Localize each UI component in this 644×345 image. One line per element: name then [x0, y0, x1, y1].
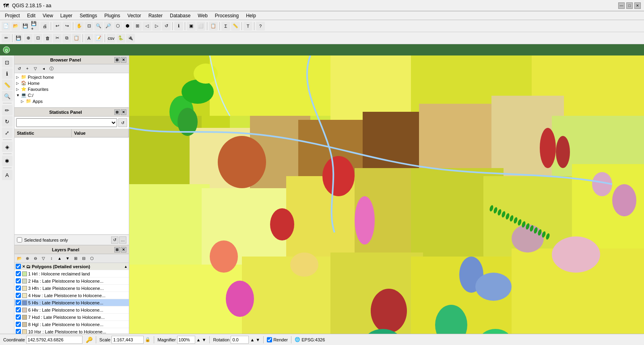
- menu-item-layer[interactable]: Layer: [57, 12, 76, 19]
- label-button[interactable]: A: [85, 34, 93, 43]
- layer-group-header[interactable]: ✕ 🗂 Polygons (Detailed version) ▲: [14, 263, 129, 270]
- identify-button[interactable]: ℹ: [174, 22, 183, 31]
- rotation-stepper-up[interactable]: ▲: [250, 337, 254, 342]
- tree-item-apps[interactable]: ▷📁Apps: [15, 98, 128, 104]
- stats-button[interactable]: Σ: [221, 22, 230, 31]
- layer-scroll-up[interactable]: ▲: [124, 265, 128, 269]
- zoom-tool[interactable]: 🔍: [2, 91, 12, 101]
- zoom-selection-button[interactable]: ⊞: [133, 22, 142, 31]
- layer-visibility-checkbox[interactable]: [16, 300, 21, 305]
- scale-input[interactable]: [111, 336, 144, 344]
- layer-item-5[interactable]: 5 Hls : Late Pleistocene to Holocene...: [14, 299, 129, 306]
- layers-down-button[interactable]: ▼: [64, 255, 71, 262]
- select-features-tool[interactable]: ⊡: [2, 57, 12, 68]
- layer-item-7[interactable]: 7 Hsd : Late Pleistocene to Holocene...: [14, 314, 129, 321]
- menu-item-view[interactable]: View: [39, 12, 56, 19]
- map-area[interactable]: [129, 55, 644, 334]
- browser-refresh-button[interactable]: ↺: [16, 65, 23, 72]
- magnifier-input[interactable]: [177, 336, 195, 344]
- layers-group-button[interactable]: ⊞: [72, 255, 79, 262]
- layer-visibility-checkbox[interactable]: [16, 271, 21, 276]
- layer-item-4[interactable]: 4 Hsw : Late Pleistocene to Holocene...: [14, 292, 129, 299]
- pan-to-selection-button[interactable]: ⊡: [85, 22, 93, 31]
- rotation-stepper-down[interactable]: ▼: [256, 337, 260, 342]
- label-tool[interactable]: A: [2, 170, 12, 180]
- magnifier-stepper-down[interactable]: ▼: [202, 337, 206, 342]
- plugin-button[interactable]: 🔌: [126, 34, 135, 43]
- layers-filter-button[interactable]: ▽: [40, 255, 47, 262]
- browser-filter-button[interactable]: ▽: [32, 65, 39, 72]
- minimize-button[interactable]: —: [618, 2, 625, 9]
- select-button[interactable]: ▣: [187, 22, 196, 31]
- menu-item-processing[interactable]: Processing: [212, 12, 242, 19]
- stats-compute-button[interactable]: ↺: [118, 118, 127, 127]
- menu-item-help[interactable]: Help: [243, 12, 259, 19]
- menu-item-plugins[interactable]: Plugins: [101, 12, 123, 19]
- deselect-button[interactable]: ⬜: [196, 22, 205, 31]
- layers-up-button[interactable]: ▲: [56, 255, 63, 262]
- rotation-input[interactable]: [231, 336, 249, 344]
- text-button[interactable]: T: [244, 22, 252, 31]
- cut-button[interactable]: ✂: [53, 34, 62, 43]
- zoom-out-button[interactable]: 🔎: [104, 22, 113, 31]
- selected-features-label[interactable]: Selected features only: [24, 238, 68, 242]
- zoom-full-button[interactable]: ⬡: [114, 22, 122, 31]
- rotate-tool[interactable]: ↻: [2, 116, 12, 127]
- add-feature-button[interactable]: ⊕: [24, 34, 33, 43]
- menu-item-project[interactable]: Project: [2, 12, 23, 19]
- refresh-stats-button[interactable]: ↺: [111, 236, 118, 244]
- layer-visibility-checkbox[interactable]: [16, 293, 21, 298]
- tree-item-c:/[interactable]: ▼💻C:/: [15, 92, 128, 98]
- menu-item-raster[interactable]: Raster: [145, 12, 166, 19]
- layer-item-6[interactable]: 6 Hlv : Late Pleistocene to Holocene...: [14, 306, 129, 314]
- maximize-button[interactable]: □: [626, 2, 633, 9]
- undo-button[interactable]: ↩: [53, 22, 62, 31]
- menu-item-settings[interactable]: Settings: [76, 12, 100, 19]
- save-edits-button[interactable]: 💾: [14, 34, 23, 43]
- zoom-in-button[interactable]: 🔍: [94, 22, 103, 31]
- layers-deselect-button[interactable]: ⬡: [88, 255, 95, 262]
- node-tool[interactable]: ◈: [2, 142, 12, 152]
- copy-button[interactable]: ⧉: [62, 34, 71, 43]
- digitize-tool[interactable]: ✱: [2, 156, 12, 166]
- layers-ungroup-button[interactable]: ⊟: [80, 255, 87, 262]
- epsg-item[interactable]: 🌐 EPSG:4326: [295, 337, 325, 342]
- scale-tool[interactable]: ⤢: [2, 127, 12, 138]
- menu-item-vector[interactable]: Vector: [124, 12, 144, 19]
- menu-item-web[interactable]: Web: [194, 12, 211, 19]
- edit-tool[interactable]: ✏: [2, 105, 12, 115]
- redo-button[interactable]: ↪: [62, 22, 71, 31]
- tree-item-home[interactable]: ▷🏠Home: [15, 80, 128, 86]
- zoom-next-button[interactable]: ▷: [152, 22, 161, 31]
- help-button[interactable]: ?: [256, 22, 265, 31]
- layer-group-checkbox[interactable]: [16, 264, 21, 269]
- refresh-button[interactable]: ↺: [162, 22, 171, 31]
- browser-add-button[interactable]: +: [24, 65, 31, 72]
- menu-item-database[interactable]: Database: [167, 12, 194, 19]
- tree-item-favourites[interactable]: ▷⭐Favourites: [15, 86, 128, 92]
- open-project-button[interactable]: 📂: [11, 22, 20, 31]
- layer-item-2[interactable]: 2 Hla : Late Pleistocene to Holocene...: [14, 277, 129, 285]
- layers-sort-button[interactable]: ↕: [48, 255, 55, 262]
- layer-visibility-checkbox[interactable]: [16, 307, 21, 312]
- pan-button[interactable]: ✋: [75, 22, 84, 31]
- stats-close-button[interactable]: ✕: [121, 109, 126, 115]
- csv-button[interactable]: csv: [107, 34, 116, 43]
- open-attribute-button[interactable]: 📋: [209, 22, 218, 31]
- delete-button[interactable]: 🗑: [43, 34, 52, 43]
- annotation-button[interactable]: 📝: [94, 34, 103, 43]
- browser-collapse-button[interactable]: ◂: [40, 65, 47, 72]
- identify-features-tool[interactable]: ℹ: [2, 68, 12, 79]
- close-button[interactable]: ✕: [634, 2, 641, 9]
- layer-item-8[interactable]: 8 Hgl : Late Pleistocene to Holocene...: [14, 321, 129, 328]
- print-button[interactable]: 🖨: [40, 22, 49, 31]
- measure-tool[interactable]: 📏: [2, 80, 12, 90]
- layer-visibility-checkbox[interactable]: [16, 278, 21, 283]
- layers-float-button[interactable]: ⊞: [114, 247, 120, 253]
- stats-float-button[interactable]: ⊞: [114, 109, 120, 115]
- layer-visibility-checkbox[interactable]: [16, 322, 21, 327]
- coordinate-input[interactable]: [26, 336, 83, 344]
- layer-visibility-checkbox[interactable]: [16, 285, 21, 291]
- digitize-button[interactable]: ✏: [2, 34, 10, 43]
- stats-options-button[interactable]: …: [119, 236, 126, 244]
